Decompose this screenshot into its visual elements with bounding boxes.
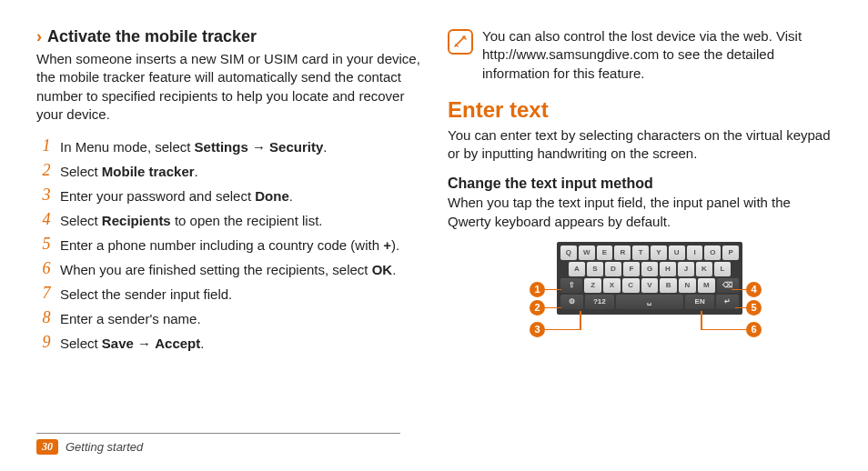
subsection-intro: When you tap the text input field, the i… — [448, 194, 832, 231]
space-key: ␣ — [616, 295, 683, 309]
settings-key: ⚙ — [560, 295, 583, 309]
kb-row-1: Q W E R T Y U I O P — [560, 246, 739, 260]
key: N — [679, 278, 696, 293]
callout-lead — [545, 289, 561, 291]
footer-label: Getting started — [66, 440, 143, 454]
key: E — [597, 246, 613, 260]
key: H — [660, 262, 676, 276]
subsection-header: › Activate the mobile tracker — [36, 27, 420, 46]
step-number: 2 — [36, 159, 56, 182]
note-text: You can also control the lost device via… — [482, 27, 832, 83]
callout-lead — [701, 311, 702, 330]
key: O — [704, 246, 721, 260]
callout-lead — [545, 329, 580, 331]
page-footer: 30 Getting started — [36, 433, 400, 455]
step-item: 5Enter a phone number including a countr… — [36, 233, 420, 257]
callout-6: 6 — [746, 322, 762, 337]
lang-key: EN — [685, 295, 714, 309]
key: I — [687, 246, 703, 260]
step-item: 2Select Mobile tracker. — [36, 159, 420, 184]
note-icon — [448, 29, 473, 55]
key: D — [605, 262, 621, 276]
subsection-title: Activate the mobile tracker — [47, 27, 257, 46]
step-item: 1In Menu mode, select Settings → Securit… — [36, 135, 420, 159]
key: V — [641, 278, 659, 293]
step-item: 9Select Save → Accept. — [36, 331, 420, 356]
step-item: 4Select Recipients to open the recipient… — [36, 208, 420, 233]
step-number: 5 — [36, 233, 56, 256]
step-item: 6When you are finished setting the recip… — [36, 257, 420, 282]
key: K — [696, 262, 712, 276]
step-item: 8Enter a sender's name. — [36, 306, 420, 331]
callout-4: 4 — [746, 282, 762, 297]
key: G — [641, 262, 658, 276]
kb-row-4: ⚙ ?12 ␣ EN ↵ — [560, 295, 739, 309]
subsection-title: Change the text input method — [448, 175, 832, 192]
key: P — [722, 246, 739, 260]
section-title: Enter text — [448, 97, 832, 123]
key: R — [614, 246, 631, 260]
step-number: 3 — [36, 184, 56, 206]
key: L — [714, 262, 731, 276]
chevron-icon: › — [36, 27, 42, 46]
step-number: 6 — [36, 257, 56, 280]
step-number: 1 — [36, 135, 56, 157]
key: Q — [560, 246, 577, 260]
step-number: 8 — [36, 306, 56, 329]
callout-lead — [732, 289, 747, 291]
callout-lead — [580, 311, 581, 330]
steps-list: 1In Menu mode, select Settings → Securit… — [36, 135, 420, 356]
step-item: 7Select the sender input field. — [36, 282, 420, 306]
callout-2: 2 — [530, 300, 545, 316]
symbols-key: ?12 — [585, 295, 614, 309]
key: S — [587, 262, 603, 276]
step-number: 4 — [36, 208, 56, 231]
keyboard: Q W E R T Y U I O P A S D F G H — [557, 242, 742, 315]
key: C — [622, 278, 640, 293]
key: F — [623, 262, 640, 276]
key: J — [678, 262, 694, 276]
callout-lead — [701, 329, 747, 331]
callout-lead — [545, 307, 561, 309]
key: M — [698, 278, 715, 293]
step-number: 9 — [36, 331, 56, 354]
key: U — [669, 246, 685, 260]
callout-3: 3 — [530, 322, 545, 337]
key: X — [603, 278, 621, 293]
callout-lead — [735, 307, 747, 309]
key: Y — [651, 246, 667, 260]
backspace-key: ⌫ — [717, 278, 739, 293]
callout-1: 1 — [530, 282, 545, 297]
key: T — [632, 246, 649, 260]
callout-5: 5 — [746, 300, 762, 316]
step-item: 3Enter your password and select Done. — [36, 184, 420, 208]
right-column: You can also control the lost device via… — [448, 27, 832, 462]
kb-row-2: A S D F G H J K L — [560, 262, 739, 276]
keyboard-diagram: Q W E R T Y U I O P A S D F G H — [448, 242, 832, 351]
key: A — [569, 262, 585, 276]
note-block: You can also control the lost device via… — [448, 27, 832, 83]
key: B — [660, 278, 677, 293]
section-intro: You can enter text by selecting characte… — [448, 126, 832, 164]
key: Z — [584, 278, 601, 293]
kb-row-3: ⇧ Z X C V B N M ⌫ — [560, 278, 739, 293]
step-number: 7 — [36, 282, 56, 305]
page-number: 30 — [36, 439, 58, 455]
key: W — [579, 246, 595, 260]
left-column: › Activate the mobile tracker When someo… — [36, 27, 420, 462]
intro-paragraph: When someone inserts a new SIM or USIM c… — [36, 50, 420, 124]
shift-key: ⇧ — [560, 278, 582, 293]
